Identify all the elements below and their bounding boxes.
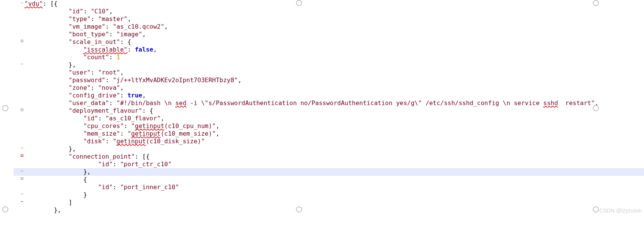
token-key: "mem_size" xyxy=(83,130,120,137)
code-line[interactable]: "user": "root", xyxy=(14,69,644,76)
code-line[interactable]: ⊟ "deployment_flavour": { xyxy=(14,107,644,115)
token-key: "type" xyxy=(69,15,91,23)
token-str: "j/++ltYxMvADKEv2oIpnt7O3ERHTbzy8" xyxy=(113,76,238,84)
fold-toggle-icon[interactable]: ⊟ xyxy=(21,176,23,182)
code-line[interactable]: "password": "j/++ltYxMvADKEv2oIpnt7O3ERH… xyxy=(14,76,644,84)
token-punc: : xyxy=(105,23,113,30)
token-key: "scale_in_out" xyxy=(69,38,120,45)
code-line[interactable]: "zone": "nova", xyxy=(14,84,644,92)
token-punc: : xyxy=(124,122,131,130)
code-line[interactable]: "boot_type": "image", xyxy=(14,31,644,38)
code-line[interactable]: − }, xyxy=(14,168,644,176)
token-key: "connection_point" xyxy=(69,153,135,160)
fold-toggle-icon[interactable]: ⊟ xyxy=(21,38,23,44)
token-key: "user" xyxy=(69,69,91,76)
token-punc: : xyxy=(113,183,120,191)
token-punc: , xyxy=(160,115,164,122)
token-key: "id" xyxy=(69,8,84,15)
token-str: "as_c10.qcow2" xyxy=(113,23,164,30)
selection-handle-icon[interactable] xyxy=(2,206,8,212)
token-punc: : xyxy=(113,161,120,168)
token-key: "vm_image" xyxy=(69,23,105,30)
code-line[interactable]: ⊟ "scale_in_out": { xyxy=(14,38,644,46)
token-str: "#!/bin/bash \n xyxy=(117,99,175,107)
code-line[interactable]: − } xyxy=(14,191,644,199)
fold-toggle-icon[interactable]: − xyxy=(21,61,23,67)
token-punc: : xyxy=(105,76,113,84)
code-line[interactable]: "vm_image": "as_c10.qcow2", xyxy=(14,23,644,31)
token-punc: : xyxy=(109,31,117,38)
token-str: (c10_mem_size)" xyxy=(160,130,216,137)
code-line[interactable]: }, xyxy=(14,206,644,214)
selection-handle-icon[interactable] xyxy=(2,105,8,111)
code-line[interactable]: "type": "master", xyxy=(14,15,644,23)
token-str: restart" xyxy=(558,99,595,107)
selection-handle-icon[interactable] xyxy=(296,0,302,6)
token-bool: false xyxy=(135,46,153,53)
fold-toggle-icon[interactable]: − xyxy=(21,145,23,151)
code-line[interactable]: −"vdu": [{ xyxy=(14,0,644,8)
token-key: "isscalable" xyxy=(83,46,128,53)
fold-toggle-icon[interactable]: − xyxy=(21,168,23,174)
code-line[interactable]: − ] xyxy=(14,199,644,206)
token-str: "C10" xyxy=(91,8,109,15)
code-editor[interactable]: −"vdu": [{ "id": "C10", "type": "master"… xyxy=(0,0,644,214)
selection-handle-icon[interactable] xyxy=(296,206,302,212)
code-line[interactable]: ⊟ "connection_point": [{ xyxy=(14,153,644,161)
token-str: sshd xyxy=(543,99,558,107)
token-str: (c10_disk_size)" xyxy=(146,138,205,145)
token-punc: : xyxy=(98,115,105,122)
selection-handle-icon[interactable] xyxy=(593,0,599,6)
code-line[interactable]: "config_drive": true, xyxy=(14,92,644,99)
token-key: "zone" xyxy=(69,84,91,91)
token-punc: , xyxy=(128,15,131,23)
token-punc: : { xyxy=(142,107,153,114)
token-key: "vdu" xyxy=(24,0,43,7)
token-punc: , xyxy=(164,23,168,30)
token-punc: : { xyxy=(120,38,131,45)
code-line[interactable]: "id": "port_inner_c10" xyxy=(14,183,644,191)
token-punc: }, xyxy=(83,168,91,175)
token-str: "as_c10_flavor" xyxy=(105,115,161,122)
fold-toggle-icon[interactable]: − xyxy=(21,191,23,197)
token-punc: }, xyxy=(69,61,76,68)
token-key: "deployment_flavour" xyxy=(69,107,142,114)
token-punc: }, xyxy=(69,145,76,152)
token-str: "root" xyxy=(98,69,120,76)
code-line[interactable]: "mem_size": "getinput(c10_mem_size)", xyxy=(14,130,644,138)
token-bool: true xyxy=(128,92,142,99)
fold-toggle-icon[interactable]: − xyxy=(21,0,23,6)
token-str: getinput xyxy=(117,138,146,145)
token-punc: , xyxy=(216,130,220,137)
token-str: " xyxy=(128,130,131,137)
token-str: " xyxy=(131,122,135,130)
code-line[interactable]: "id": "port_ctr_c10" xyxy=(14,161,644,168)
token-punc: }, xyxy=(54,206,61,214)
token-str: "nova" xyxy=(98,84,120,91)
token-punc: , xyxy=(109,8,113,15)
token-punc: { xyxy=(83,176,87,183)
code-line[interactable]: "id": "C10", xyxy=(14,8,644,15)
token-punc: : [{ xyxy=(135,153,150,160)
selection-handle-icon[interactable] xyxy=(593,206,599,212)
token-punc: : xyxy=(120,130,127,137)
code-line[interactable]: − }, xyxy=(14,61,644,69)
token-punc: : xyxy=(83,8,91,15)
token-str: " xyxy=(113,138,117,145)
code-line[interactable]: "user_data": "#!/bin/bash \n sed -i \"s/… xyxy=(14,99,644,107)
code-line[interactable]: "disk": "getinput(c10_disk_size)" xyxy=(14,138,644,145)
code-line[interactable]: ⊟ { xyxy=(14,176,644,183)
token-str: sed xyxy=(175,99,186,107)
selection-handle-icon[interactable] xyxy=(593,105,599,111)
token-punc: : xyxy=(91,15,98,23)
fold-toggle-icon[interactable]: ⊟ xyxy=(21,153,23,159)
token-punc: , xyxy=(153,46,157,53)
fold-toggle-icon[interactable]: − xyxy=(21,199,23,204)
code-line[interactable]: "isscalable": false, xyxy=(14,46,644,54)
fold-toggle-icon[interactable]: ⊟ xyxy=(21,107,23,113)
code-line[interactable]: "count": 1 xyxy=(14,54,644,61)
code-line[interactable]: "cpu_cores": "getinput(c10_cpu_num)", xyxy=(14,122,644,130)
code-line[interactable]: "id": "as_c10_flavor", xyxy=(14,115,644,122)
code-line[interactable]: − }, xyxy=(14,145,644,153)
token-punc: , xyxy=(142,31,146,38)
